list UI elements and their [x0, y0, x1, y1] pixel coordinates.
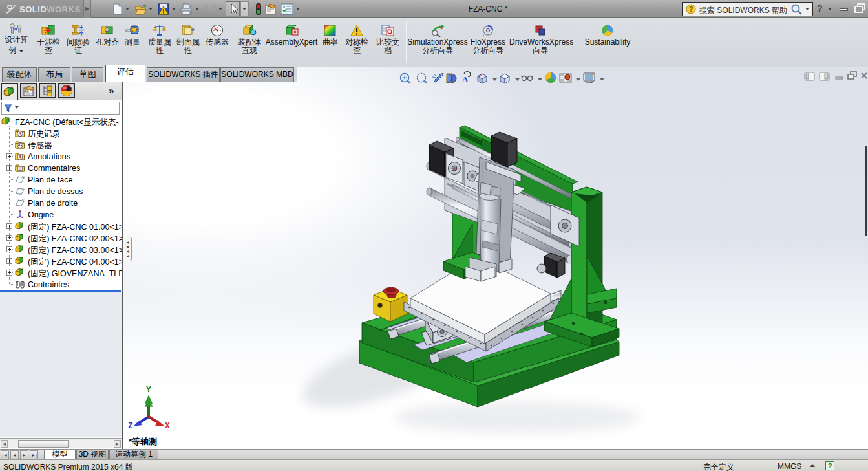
svg-text:X: X: [165, 421, 170, 428]
svg-text:Z: Z: [128, 421, 133, 428]
svg-text:?: ?: [689, 5, 693, 13]
svg-text:Y: Y: [146, 385, 151, 395]
svg-text:A: A: [462, 74, 469, 84]
